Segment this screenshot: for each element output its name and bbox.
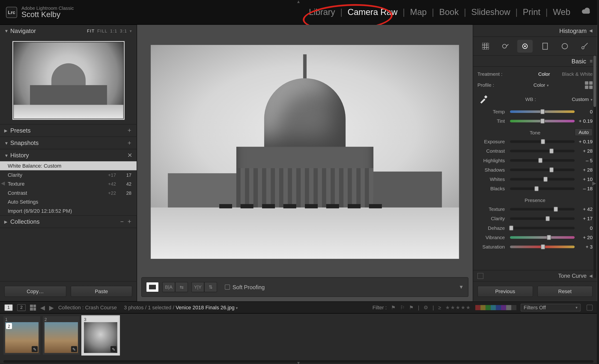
color-swatch[interactable] [511,305,516,310]
wb-dropdown[interactable]: Custom▾ [572,97,593,102]
auto-tone-button[interactable]: Auto [575,128,592,136]
history-item[interactable]: Auto Settings [0,197,137,206]
zoom-mode-more-icon[interactable]: ▾ [130,28,132,33]
rating-filter[interactable]: ★★★★★ [445,304,471,311]
clarity-slider[interactable] [510,217,575,220]
radial-filter-tool-icon[interactable] [557,40,572,52]
before-after-swap-button[interactable]: ⇆ [175,282,188,292]
module-web[interactable]: Web [548,7,576,17]
filmstrip-thumb[interactable]: 3 ✎ [82,316,119,355]
zoom-mode-3:1[interactable]: 3:1 [120,28,127,33]
snapshots-add-icon[interactable]: ＋ [124,139,132,147]
secondary-display-2[interactable]: 2 [17,304,26,311]
treatment-color[interactable]: Color [538,72,550,77]
presets-add-icon[interactable]: ＋ [124,127,132,135]
filter-settings-icon[interactable]: ⚙ [423,304,428,311]
history-item[interactable]: White Balance: Custom [0,161,137,170]
module-camera-raw[interactable]: Camera Raw [342,7,403,17]
panel-collapse-left-icon[interactable]: ◀ [1,180,5,186]
reset-button[interactable]: Reset [537,286,593,297]
color-swatch[interactable] [485,305,491,310]
color-swatch[interactable] [475,305,480,310]
zoom-mode-fill[interactable]: FILL [97,28,108,33]
before-after-yy-button[interactable]: Y|Y [191,282,204,292]
flag-rejected-icon[interactable]: ⚑ [409,304,414,311]
toolbar-options-icon[interactable]: ▼ [458,284,464,290]
profile-dropdown[interactable]: Color▾ [533,83,549,88]
loupe-view-button[interactable] [146,282,159,292]
filmstrip-thumb[interactable]: 1 2 ✎ [3,316,40,355]
nav-forward-icon[interactable]: ▶ [49,304,54,311]
histogram-header[interactable]: Histogram ◀ [473,25,597,37]
color-swatch[interactable] [496,305,501,310]
color-swatch[interactable] [480,305,485,310]
wb-eyedropper-icon[interactable] [477,93,489,105]
module-map[interactable]: Map [405,7,432,17]
nav-back-icon[interactable]: ◀ [40,304,45,311]
vibrance-slider[interactable] [510,236,575,239]
presets-header[interactable]: ▶ Presets ＋ [0,125,137,136]
filmstrip-thumb[interactable]: 2 ✎ [43,316,79,355]
history-item[interactable]: Contrast +22 28 [0,188,137,197]
zoom-mode-1:1[interactable]: 1:1 [110,28,117,33]
navigator-preview[interactable] [12,41,124,120]
temp-slider[interactable] [510,110,575,113]
navigator-header[interactable]: ▼ Navigator FITFILL1:13:1▾ [0,25,137,37]
collections-header[interactable]: ▶ Collections − ＋ [0,216,137,228]
collections-add-icon[interactable]: ＋ [124,218,132,225]
flag-unflagged-icon[interactable]: ⚐ [400,304,405,311]
filters-preset-dropdown[interactable]: Filters Off ▾ [521,304,581,311]
right-panel-scrollbar[interactable] [593,56,596,278]
basic-panel-menu-icon[interactable]: ≡ [590,58,593,64]
graduated-filter-tool-icon[interactable] [537,40,553,52]
previous-button[interactable]: Previous [477,286,533,297]
exposure-slider[interactable] [510,140,575,143]
contrast-slider[interactable] [510,150,575,152]
tone-curve-toggle-icon[interactable] [477,273,484,279]
saturation-slider[interactable] [510,245,575,248]
panel-collapse-right-icon[interactable]: ▶ [592,180,596,186]
treatment-black-white[interactable]: Black & White [562,72,593,77]
rating-gte-icon[interactable]: ≥ [438,304,441,311]
history-item[interactable]: Clarity +17 17 [0,170,137,179]
history-item[interactable]: Import (6/9/20 12:18:52 PM) [0,206,137,215]
module-library[interactable]: Library [304,7,340,17]
image-canvas[interactable] [137,25,473,274]
module-print[interactable]: Print [518,7,546,17]
color-swatch[interactable] [491,305,496,310]
snapshots-header[interactable]: ▼ Snapshots ＋ [0,137,137,149]
cloud-sync-icon[interactable] [581,8,591,17]
secondary-display-1[interactable]: 1 [4,304,13,311]
zoom-mode-fit[interactable]: FIT [87,28,95,33]
blacks-slider[interactable] [510,187,575,190]
crop-tool-icon[interactable] [478,40,493,52]
whites-slider[interactable] [510,178,575,180]
profile-browser-icon[interactable] [585,81,593,89]
color-swatch[interactable] [501,305,506,310]
dehaze-slider[interactable] [510,227,575,229]
history-clear-icon[interactable]: ✕ [125,152,132,159]
breadcrumb[interactable]: Collection : Crash Course 3 photos / 1 s… [58,304,238,311]
before-after-updown-button[interactable]: ⇅ [204,282,217,292]
redeye-tool-icon[interactable] [517,40,533,52]
soft-proofing-checkbox[interactable] [225,285,230,290]
collections-remove-icon[interactable]: − [118,218,124,225]
highlights-slider[interactable] [510,159,575,162]
adjustment-brush-tool-icon[interactable] [577,40,592,52]
copy-button[interactable]: Copy… [4,286,66,297]
filter-lock-icon[interactable] [587,304,593,311]
module-book[interactable]: Book [434,7,464,17]
history-item[interactable]: Texture +42 42 [0,179,137,188]
color-swatch[interactable] [506,305,511,310]
flag-picked-icon[interactable]: ⚑ [391,304,396,311]
spot-removal-tool-icon[interactable] [498,40,513,52]
shadows-slider[interactable] [510,169,575,171]
module-slideshow[interactable]: Slideshow [466,7,515,17]
soft-proofing-toggle[interactable]: Soft Proofing [225,284,265,290]
history-header[interactable]: ▼ History ✕ [0,149,137,161]
tint-slider[interactable] [510,120,575,122]
basic-panel-header[interactable]: Basic ≡ [473,56,597,67]
tone-curve-header[interactable]: Tone Curve ◀ [473,270,597,281]
before-after-lr-button[interactable]: B|A [162,282,175,292]
panel-collapse-bottom-icon[interactable]: ▼ [296,361,300,364]
